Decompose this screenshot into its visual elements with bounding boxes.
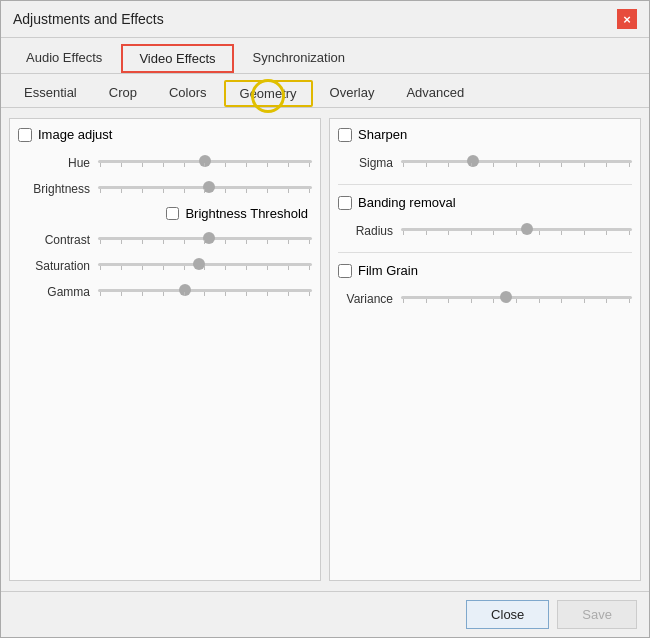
brightness-slider-row: Brightness xyxy=(18,182,312,196)
radius-ticks xyxy=(401,231,632,235)
tab-video-effects[interactable]: Video Effects xyxy=(121,44,233,73)
sharpen-row: Sharpen xyxy=(338,127,632,142)
dialog-window: Adjustments and Effects × Audio Effects … xyxy=(0,0,650,638)
sigma-slider-row: Sigma xyxy=(338,156,632,170)
contrast-slider-row: Contrast xyxy=(18,233,312,247)
banding-removal-label: Banding removal xyxy=(358,195,456,210)
banding-removal-row: Banding removal xyxy=(338,195,632,210)
subtab-essential[interactable]: Essential xyxy=(9,80,92,107)
subtab-geometry[interactable]: Geometry xyxy=(224,80,313,107)
gamma-slider-row: Gamma xyxy=(18,285,312,299)
saturation-slider-wrap xyxy=(98,263,312,270)
contrast-slider-wrap xyxy=(98,237,312,244)
gamma-label: Gamma xyxy=(18,285,90,299)
sigma-slider-wrap xyxy=(401,160,632,167)
saturation-slider-row: Saturation xyxy=(18,259,312,273)
radius-slider-row: Radius xyxy=(338,224,632,238)
radius-label: Radius xyxy=(338,224,393,238)
left-panel: Image adjust Hue Brightness xyxy=(9,118,321,581)
brightness-threshold-row: Brightness Threshold xyxy=(18,206,312,221)
brightness-slider-wrap xyxy=(98,186,312,193)
subtab-crop[interactable]: Crop xyxy=(94,80,152,107)
dialog-title: Adjustments and Effects xyxy=(13,11,164,27)
subtab-colors[interactable]: Colors xyxy=(154,80,222,107)
brightness-label: Brightness xyxy=(18,182,90,196)
contrast-ticks xyxy=(98,240,312,244)
banding-removal-checkbox[interactable] xyxy=(338,196,352,210)
saturation-ticks xyxy=(98,266,312,270)
hue-ticks xyxy=(98,163,312,167)
film-grain-row: Film Grain xyxy=(338,263,632,278)
tab-audio-effects[interactable]: Audio Effects xyxy=(9,44,119,73)
sharpen-checkbox[interactable] xyxy=(338,128,352,142)
brightness-ticks xyxy=(98,189,312,193)
hue-label: Hue xyxy=(18,156,90,170)
hue-slider-row: Hue xyxy=(18,156,312,170)
sigma-ticks xyxy=(401,163,632,167)
hue-slider-wrap xyxy=(98,160,312,167)
brightness-threshold-label: Brightness Threshold xyxy=(185,206,308,221)
tab-synchronization[interactable]: Synchronization xyxy=(236,44,363,73)
film-grain-label: Film Grain xyxy=(358,263,418,278)
gamma-ticks xyxy=(98,292,312,296)
close-icon[interactable]: × xyxy=(617,9,637,29)
image-adjust-row: Image adjust xyxy=(18,127,312,142)
right-panel: Sharpen Sigma Bandin xyxy=(329,118,641,581)
contrast-label: Contrast xyxy=(18,233,90,247)
top-tab-bar: Audio Effects Video Effects Synchronizat… xyxy=(1,38,649,74)
save-button[interactable]: Save xyxy=(557,600,637,629)
sharpen-label: Sharpen xyxy=(358,127,407,142)
gamma-slider-wrap xyxy=(98,289,312,296)
variance-label: Variance xyxy=(338,292,393,306)
content-area: Image adjust Hue Brightness xyxy=(1,108,649,591)
divider-2 xyxy=(338,252,632,253)
subtab-advanced[interactable]: Advanced xyxy=(391,80,479,107)
film-grain-checkbox[interactable] xyxy=(338,264,352,278)
sigma-label: Sigma xyxy=(338,156,393,170)
close-button[interactable]: Close xyxy=(466,600,549,629)
subtab-overlay[interactable]: Overlay xyxy=(315,80,390,107)
image-adjust-label: Image adjust xyxy=(38,127,112,142)
brightness-threshold-checkbox[interactable] xyxy=(166,207,179,220)
saturation-label: Saturation xyxy=(18,259,90,273)
variance-ticks xyxy=(401,299,632,303)
title-bar: Adjustments and Effects × xyxy=(1,1,649,38)
variance-slider-row: Variance xyxy=(338,292,632,306)
radius-slider-wrap xyxy=(401,228,632,235)
footer: Close Save xyxy=(1,591,649,637)
image-adjust-checkbox[interactable] xyxy=(18,128,32,142)
divider-1 xyxy=(338,184,632,185)
variance-slider-wrap xyxy=(401,296,632,303)
sub-tab-bar: Essential Crop Colors Geometry Overlay A… xyxy=(1,74,649,108)
